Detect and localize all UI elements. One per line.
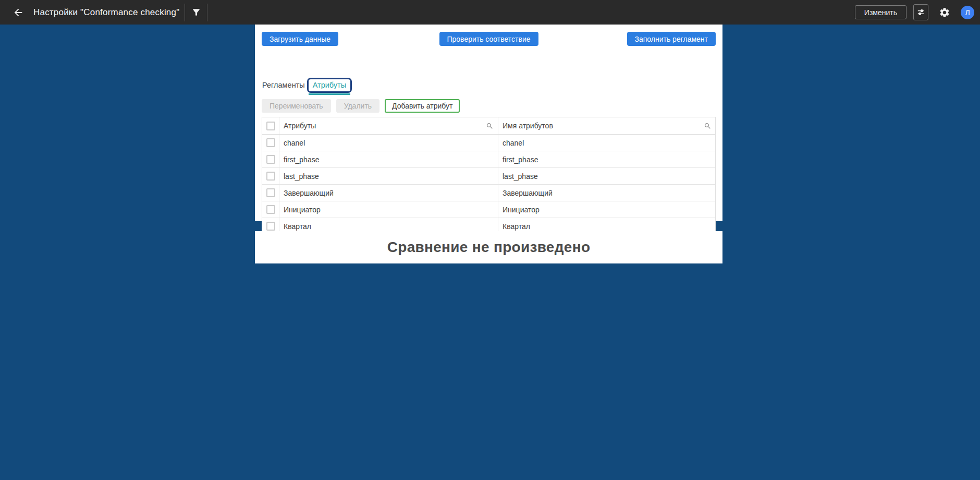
top-app-bar: Настройки "Conformance checking" Изменит… xyxy=(0,0,980,25)
comparison-message-card: Сравнение не произведено xyxy=(255,231,722,263)
row-checkbox[interactable] xyxy=(266,172,275,181)
column-header-attribute-names: Имя атрибутов xyxy=(503,122,704,130)
check-conformance-button[interactable]: Проверить соответствие xyxy=(439,32,538,46)
table-row[interactable]: Инициатор Инициатор xyxy=(262,201,715,218)
attribute-cell: first_phase xyxy=(284,155,319,164)
tab-reglamenty[interactable]: Регламенты xyxy=(262,79,305,91)
edit-button[interactable]: Изменить xyxy=(855,5,906,19)
tune-sliders-icon xyxy=(916,8,925,17)
attribute-name-cell: Инициатор xyxy=(503,206,540,214)
row-checkbox[interactable] xyxy=(266,155,275,164)
table-row[interactable]: first_phase first_phase xyxy=(262,151,715,168)
column-header-attributes: Атрибуты xyxy=(284,122,486,130)
delete-button[interactable]: Удалить xyxy=(336,99,379,113)
attribute-name-cell: Квартал xyxy=(503,222,530,231)
load-data-button[interactable]: Загрузить данные xyxy=(262,32,338,46)
tab-atributy[interactable]: Атрибуты xyxy=(307,78,352,93)
table-row[interactable]: last_phase last_phase xyxy=(262,168,715,185)
table-row[interactable]: Завершающий Завершающий xyxy=(262,185,715,201)
attribute-name-cell: first_phase xyxy=(503,155,538,164)
row-checkbox[interactable] xyxy=(266,138,275,147)
active-tab-indicator xyxy=(309,93,350,95)
attribute-cell: Инициатор xyxy=(284,206,321,214)
active-tab-focus-ring: Атрибуты xyxy=(307,78,352,93)
comparison-status-text: Сравнение не произведено xyxy=(387,239,591,256)
filter-icon xyxy=(191,7,201,17)
back-button[interactable] xyxy=(10,5,26,20)
settings-card: Загрузить данные Проверить соответствие … xyxy=(255,25,722,221)
attribute-cell: last_phase xyxy=(284,172,319,181)
row-checkbox[interactable] xyxy=(266,188,275,197)
back-arrow-icon xyxy=(13,7,24,18)
attribute-name-cell: chanel xyxy=(503,139,524,147)
attribute-cell: Завершающий xyxy=(284,189,334,197)
page-title: Настройки "Conformance checking" xyxy=(33,7,179,18)
row-checkbox[interactable] xyxy=(266,222,275,231)
table-header-row: Атрибуты Имя атрибутов xyxy=(262,117,715,135)
attribute-name-cell: Завершающий xyxy=(503,189,553,197)
attribute-name-cell: last_phase xyxy=(503,172,538,181)
attribute-cell: Квартал xyxy=(284,222,311,231)
search-icon[interactable] xyxy=(486,122,494,130)
settings-button[interactable] xyxy=(937,5,952,20)
row-checkbox[interactable] xyxy=(266,205,275,214)
tabs: Регламенты Атрибуты xyxy=(262,76,352,94)
search-icon[interactable] xyxy=(704,122,712,130)
attributes-table: Атрибуты Имя атрибутов chanel chanel fir… xyxy=(262,117,716,235)
topbar-divider xyxy=(207,4,207,21)
avatar[interactable]: Л xyxy=(961,6,974,19)
add-attribute-button[interactable]: Добавить атрибут xyxy=(385,99,460,113)
table-row[interactable]: chanel chanel xyxy=(262,135,715,151)
select-all-checkbox[interactable] xyxy=(266,122,275,130)
attribute-cell: chanel xyxy=(284,139,305,147)
fill-regulation-button[interactable]: Заполнить регламент xyxy=(627,32,716,46)
rename-button[interactable]: Переименовать xyxy=(262,99,331,113)
tune-button[interactable] xyxy=(913,4,928,20)
tab-label: Атрибуты xyxy=(313,81,346,89)
filter-button[interactable] xyxy=(185,3,207,22)
table-actions: Переименовать Удалить Добавить атрибут xyxy=(262,99,460,113)
gear-icon xyxy=(939,7,950,18)
